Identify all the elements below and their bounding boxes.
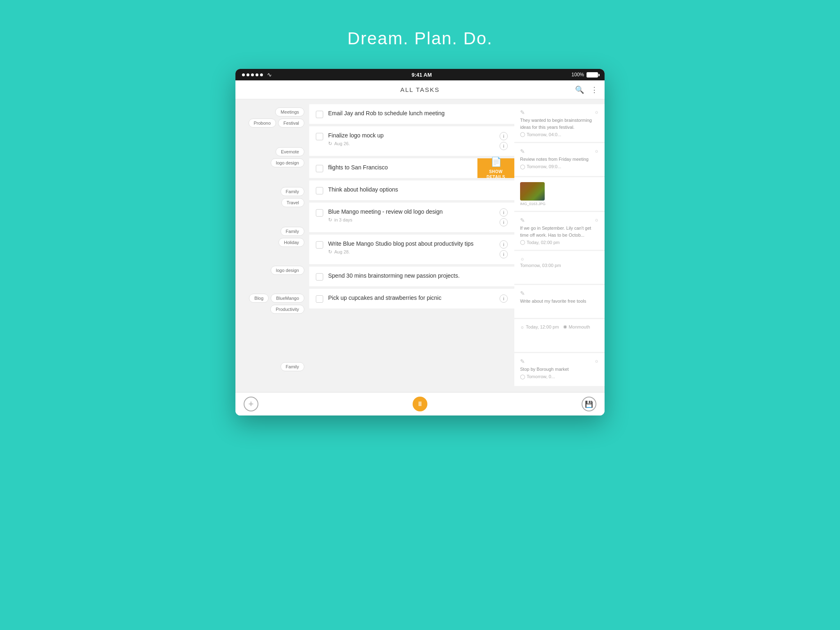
detail-alarm: ☼ <box>594 109 599 115</box>
task-image <box>520 182 545 201</box>
task-checkbox[interactable] <box>316 241 323 249</box>
task-checkbox[interactable] <box>316 133 323 140</box>
task-title: Spend 30 mins brainstorming new passion … <box>328 272 508 279</box>
tag-bluemango[interactable]: BlueMango <box>271 294 304 303</box>
pause-icon: ⏸ <box>417 400 423 408</box>
task-actions: i i <box>500 132 508 150</box>
repeat-icon: ↻ <box>328 141 332 146</box>
search-icon[interactable]: 🔍 <box>575 85 584 94</box>
tags-panel: Meetings Probono Festival Evernote logo … <box>235 99 309 392</box>
task-sub: ↻ in 3 days <box>328 217 495 223</box>
task-body: Think about holiday options <box>328 186 508 193</box>
tag-holiday[interactable]: Holiday <box>278 238 304 247</box>
alarm-icon: ☼ <box>520 256 525 262</box>
task-body: Finalize logo mock up ↻ Aug 26. <box>328 132 495 146</box>
task-title: flights to San Francisco <box>328 164 473 171</box>
task-item[interactable]: Pick up cupcakes and strawberries for pi… <box>309 289 514 308</box>
tag-blog[interactable]: Blog <box>249 294 269 303</box>
task-item[interactable]: Email Jay and Rob to schedule lunch meet… <box>309 104 514 124</box>
battery-bar <box>587 72 598 78</box>
pause-button[interactable]: ⏸ <box>413 397 427 411</box>
detail-note: Write about my favorite free tools <box>520 298 599 305</box>
task-info-btn[interactable]: i <box>500 132 508 140</box>
alarm-icon: ☼ <box>594 109 599 115</box>
task-title: Blue Mango meeting - review old logo des… <box>328 208 495 215</box>
alarm-icon: ☼ <box>520 324 524 329</box>
detail-full: ☼ Tomorrow, 03:00 pm <box>520 256 599 268</box>
signal-dot-2 <box>247 73 249 76</box>
task-item[interactable]: Think about holiday options <box>309 180 514 200</box>
task-info-btn[interactable]: i <box>500 294 508 303</box>
task-actions: i i <box>500 240 508 258</box>
task-info-btn-2[interactable]: i <box>500 218 508 226</box>
tag-group-1: Meetings Probono Festival <box>240 107 304 128</box>
tag-logo-design-2[interactable]: logo design <box>271 266 304 275</box>
detail-card: ☼ Today, 12:00 pm ◉ Monmouth <box>514 319 605 352</box>
detail-note: Stop by Borough market <box>520 366 599 373</box>
task-checkbox[interactable] <box>316 111 323 118</box>
add-task-button[interactable]: + <box>244 397 258 411</box>
task-info-btn[interactable]: i <box>500 208 508 217</box>
task-item[interactable]: Write Blue Mango Studio blog post about … <box>309 235 514 264</box>
task-checkbox[interactable] <box>316 209 323 217</box>
app-tagline: Dream. Plan. Do. <box>347 29 493 48</box>
tag-travel[interactable]: Travel <box>281 198 304 207</box>
task-item[interactable]: Spend 30 mins brainstorming new passion … <box>309 267 514 286</box>
clock-icon: ◯ <box>520 132 525 137</box>
tag-group-3: Family Travel <box>240 187 304 207</box>
tag-productivity[interactable]: Productivity <box>270 305 304 314</box>
task-body: flights to San Francisco <box>328 164 473 171</box>
note-icon: ✎ <box>520 148 525 155</box>
tag-evernote[interactable]: Evernote <box>276 147 304 156</box>
detail-card: ✎ ☼ They wanted to begin brainstorming i… <box>514 104 605 142</box>
task-checkbox[interactable] <box>316 273 323 281</box>
add-icon: + <box>249 399 254 409</box>
task-checkbox[interactable] <box>316 187 323 194</box>
detail-panel: ✎ ☼ They wanted to begin brainstorming i… <box>514 99 605 392</box>
detail-full: ✎ Write about my favorite free tools <box>520 290 599 305</box>
detail-time: ◯ Tomorrow, 0... <box>520 374 599 379</box>
task-item[interactable]: Finalize logo mock up ↻ Aug 26. i i <box>309 126 514 156</box>
task-item[interactable]: Blue Mango meeting - review old logo des… <box>309 203 514 232</box>
task-item-flights[interactable]: flights to San Francisco 📄 SHOWDETAILS <box>309 158 514 178</box>
task-info-btn[interactable]: i <box>500 240 508 249</box>
task-date: in 3 days <box>334 217 352 222</box>
time-text: Tomorrow, 0... <box>527 374 555 379</box>
note-icon: ✎ <box>520 109 525 116</box>
tag-family-3[interactable]: Family <box>281 362 304 371</box>
header-icons: 🔍 ⋮ <box>575 85 598 94</box>
tag-probono[interactable]: Probono <box>249 119 276 128</box>
tag-family-1[interactable]: Family <box>281 187 304 196</box>
time-text: Tomorrow, 09:0... <box>527 164 561 169</box>
detail-card: ✎ Write about my favorite free tools <box>514 285 605 318</box>
task-sub: ↻ Aug 26. <box>328 141 495 146</box>
task-checkbox[interactable] <box>316 295 323 303</box>
header-title: ALL TASKS <box>400 86 440 93</box>
detail-alarm: ☼ <box>520 256 599 262</box>
task-checkbox[interactable] <box>316 165 323 172</box>
task-info-btn-2[interactable]: i <box>500 142 508 150</box>
tag-festival[interactable]: Festival <box>278 119 304 128</box>
battery-fill <box>587 73 598 77</box>
task-sub: ↻ Aug 28. <box>328 249 495 255</box>
app-header: ALL TASKS 🔍 ⋮ <box>235 80 605 99</box>
show-details-overlay[interactable]: 📄 SHOWDETAILS <box>477 158 514 178</box>
time-text: Today, 12:00 pm <box>526 324 559 329</box>
task-date: Aug 26. <box>334 141 350 146</box>
tasks-panel: Email Jay and Rob to schedule lunch meet… <box>309 99 514 392</box>
status-time: 9:41 AM <box>411 72 431 78</box>
tag-meetings[interactable]: Meetings <box>275 107 304 116</box>
time-text: Tomorrow, 03:00 pm <box>520 263 561 268</box>
wifi-icon: ∿ <box>267 71 272 78</box>
tag-logo-design-1[interactable]: logo design <box>271 158 304 167</box>
more-options-icon[interactable]: ⋮ <box>591 85 598 94</box>
detail-full: ✎ ☼ Review notes from Friday meeting ◯ T… <box>520 148 599 169</box>
clock-icon: ◯ <box>520 164 525 169</box>
task-info-btn-2[interactable]: i <box>500 250 508 258</box>
clock-icon: ◯ <box>520 374 525 379</box>
image-label: IMG_0163.JPG <box>520 202 546 206</box>
tag-family-2[interactable]: Family <box>281 227 304 236</box>
save-button[interactable]: 💾 <box>582 397 596 411</box>
save-icon: 💾 <box>585 400 593 408</box>
bottom-bar: + ⏸ 💾 <box>235 392 605 415</box>
